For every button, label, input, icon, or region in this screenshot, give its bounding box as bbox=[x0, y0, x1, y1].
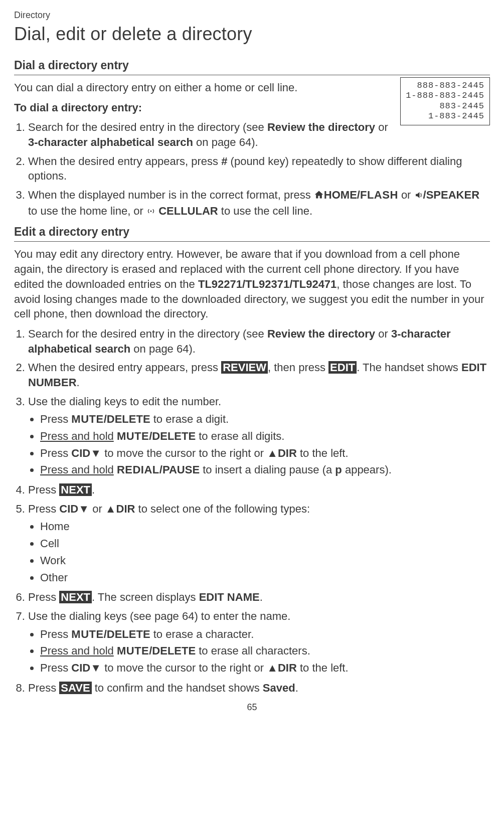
down-arrow-icon: ▼ bbox=[90, 662, 101, 674]
edit-step-2: When the desired entry appears, press RE… bbox=[28, 360, 490, 390]
section-dial-heading: Dial a directory entry bbox=[14, 58, 490, 75]
home-icon bbox=[314, 189, 324, 204]
phone-screen-preview: 888-883-2445 1-888-883-2445 883-2445 1-8… bbox=[400, 77, 490, 125]
edit-step3-sublist: Press MUTE/DELETE to erase a digit. Pres… bbox=[28, 412, 490, 477]
type-list: Home Cell Work Other bbox=[28, 519, 490, 585]
type-option: Other bbox=[40, 570, 490, 585]
screen-line: 883-2445 bbox=[406, 101, 484, 111]
sub-item: Press and hold MUTE/DELETE to erase all … bbox=[40, 429, 490, 444]
screen-line: 888-883-2445 bbox=[406, 81, 484, 91]
screen-line: 1-888-883-2445 bbox=[406, 91, 484, 101]
up-arrow-icon: ▲ bbox=[267, 662, 278, 674]
edit-step-5: Press CID▼ or ▲DIR to select one of the … bbox=[28, 502, 490, 585]
speaker-icon bbox=[414, 189, 423, 204]
edit-steps-list: Search for the desired entry in the dire… bbox=[14, 326, 490, 695]
sub-item: Press and hold REDIAL/PAUSE to insert a … bbox=[40, 462, 490, 477]
section-edit-heading: Edit a directory entry bbox=[14, 224, 490, 242]
edit-step-6: Press NEXT. The screen displays EDIT NAM… bbox=[28, 590, 490, 605]
edit-step-8: Press SAVE to confirm and the handset sh… bbox=[28, 681, 490, 696]
sub-item: Press and hold MUTE/DELETE to erase all … bbox=[40, 643, 490, 659]
up-arrow-icon: ▲ bbox=[267, 447, 278, 459]
page-number: 65 bbox=[14, 701, 490, 713]
sub-item: Press CID▼ to move the cursor to the rig… bbox=[40, 661, 490, 676]
sub-item: Press CID▼ to move the cursor to the rig… bbox=[40, 446, 490, 461]
down-arrow-icon: ▼ bbox=[78, 503, 89, 515]
edit-step-3: Use the dialing keys to edit the number.… bbox=[28, 394, 490, 477]
dial-steps-list: Search for the desired entry in the dire… bbox=[14, 120, 490, 219]
dial-step-3: When the displayed number is in the corr… bbox=[28, 188, 490, 219]
sub-item: Press MUTE/DELETE to erase a digit. bbox=[40, 412, 490, 427]
page-title: Dial, edit or delete a directory bbox=[14, 22, 490, 47]
edit-step7-sublist: Press MUTE/DELETE to erase a character. … bbox=[28, 627, 490, 676]
edit-step-4: Press NEXT. bbox=[28, 482, 490, 498]
edit-step-7: Use the dialing keys (see page 64) to en… bbox=[28, 609, 490, 676]
cellular-icon bbox=[146, 205, 155, 220]
sub-item: Press MUTE/DELETE to erase a character. bbox=[40, 627, 490, 642]
section2-intro: You may edit any directory entry. Howeve… bbox=[14, 247, 490, 321]
breadcrumb: Directory bbox=[14, 9, 490, 21]
up-arrow-icon: ▲ bbox=[105, 503, 116, 515]
type-option: Home bbox=[40, 519, 490, 534]
dial-step-2: When the desired entry appears, press # … bbox=[28, 154, 490, 184]
down-arrow-icon: ▼ bbox=[90, 447, 101, 459]
screen-line: 1-883-2445 bbox=[406, 111, 484, 121]
edit-step-1: Search for the desired entry in the dire… bbox=[28, 326, 490, 356]
type-option: Work bbox=[40, 553, 490, 568]
svg-point-0 bbox=[150, 210, 152, 212]
type-option: Cell bbox=[40, 536, 490, 551]
